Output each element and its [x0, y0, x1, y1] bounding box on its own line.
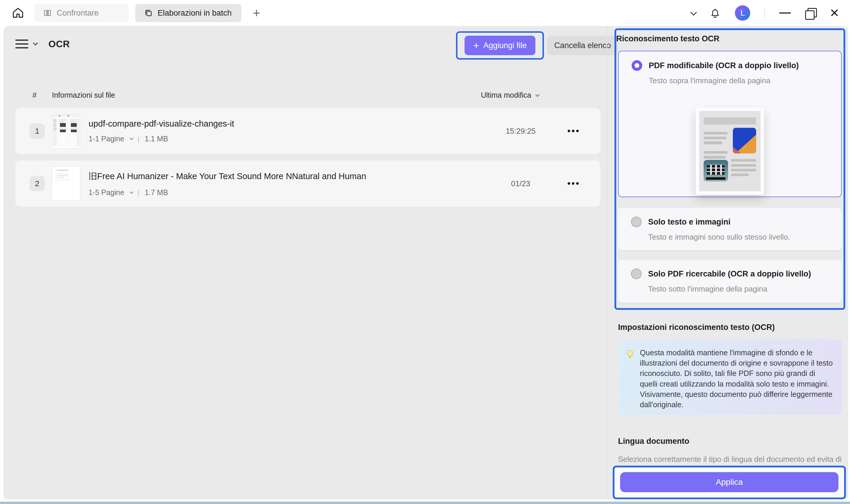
option-title: Solo PDF ricercabile (OCR a doppio livel…	[648, 269, 811, 278]
last-modified: 15:29:25	[485, 127, 556, 136]
radio-unselected[interactable]	[631, 269, 641, 279]
more-options-icon[interactable]: •••	[556, 179, 592, 188]
row-index-badge: 1	[30, 123, 45, 139]
meta-divider: |	[138, 188, 139, 197]
radio-unselected[interactable]	[631, 217, 641, 227]
mode-description-text: Questa modalità mantiene l'immagine di s…	[640, 348, 833, 410]
settings-title: Impostazioni riconoscimento testo (OCR)	[618, 323, 775, 332]
file-row[interactable]: 2 旧Free AI Humanizer - Make Your Text So…	[15, 161, 600, 206]
language-title: Lingua documento	[618, 437, 689, 446]
file-thumbnail	[52, 114, 80, 148]
option-pdf-modificabile[interactable]: PDF modificabile (OCR a doppio livello) …	[618, 51, 842, 197]
hamburger-icon	[15, 39, 29, 48]
tab-label: Confrontare	[57, 8, 99, 18]
file-size: 1.7 MB	[145, 188, 168, 197]
sort-chevron-icon	[536, 92, 540, 96]
chevron-down-icon	[33, 41, 37, 47]
home-button[interactable]	[8, 3, 28, 23]
add-file-button[interactable]: + Aggiungi file	[465, 36, 536, 55]
meta-divider: |	[138, 135, 139, 143]
option-subtitle: Testo sotto l'immagine della pagina	[648, 285, 842, 294]
bell-icon[interactable]	[709, 7, 721, 19]
option-title: Solo testo e immagini	[648, 217, 730, 227]
ocr-file-list-area: OCR + Aggiungi file Cancella elenco # In…	[3, 26, 607, 499]
tab-elaborazioni-in-batch[interactable]: Elaborazioni in batch	[135, 4, 241, 22]
tab-label: Elaborazioni in batch	[158, 8, 232, 18]
chevron-down-icon[interactable]	[690, 9, 697, 16]
restore-icon[interactable]	[805, 8, 815, 18]
page-range[interactable]: 1-5 Pagine	[89, 188, 124, 197]
apply-highlight-box: Applica	[613, 466, 846, 499]
sample-photo-buildings	[733, 128, 756, 154]
avatar[interactable]: L	[735, 5, 750, 21]
page-range[interactable]: 1-1 Pagine	[89, 134, 124, 143]
page-title: OCR	[49, 39, 70, 50]
tab-confrontare[interactable]: Confrontare	[34, 4, 129, 22]
titlebar-divider	[764, 6, 765, 19]
file-name: updf-compare-pdf-visualize-changes-it	[89, 119, 234, 129]
radio-selected[interactable]	[632, 60, 642, 71]
batch-icon	[144, 8, 153, 17]
new-tab-button[interactable]: +	[249, 6, 264, 20]
title-bar: Confrontare Elaborazioni in batch + L ✕	[0, 0, 850, 26]
file-row[interactable]: 1 updf-compare-pdf-visualize-changes-it …	[15, 108, 600, 154]
panel-title: Riconoscimento testo OCR	[616, 34, 720, 43]
more-options-icon[interactable]: •••	[556, 126, 592, 136]
mode-description-box: Questa modalità mantiene l'immagine di s…	[618, 339, 842, 415]
ocr-settings-panel: Riconoscimento testo OCR PDF modificabil…	[608, 26, 848, 499]
file-thumbnail	[52, 166, 80, 201]
last-modified: 01/23	[485, 179, 556, 188]
view-menu-button[interactable]	[15, 39, 37, 48]
row-index-badge: 2	[30, 176, 45, 191]
column-file-info: Informazioni sul file	[52, 91, 115, 100]
column-index: #	[33, 91, 37, 100]
minimize-icon[interactable]	[779, 12, 791, 14]
home-icon	[12, 7, 24, 19]
pages-chevron-icon	[130, 136, 133, 140]
option-solo-pdf-ricercabile[interactable]: Solo PDF ricercabile (OCR a doppio livel…	[618, 260, 842, 303]
column-last-modified[interactable]: Ultima modifica	[481, 91, 538, 100]
sample-photo-facade	[704, 160, 728, 181]
lightbulb-icon	[627, 350, 633, 357]
file-size: 1.1 MB	[145, 134, 168, 143]
option-solo-testo-immagini[interactable]: Solo testo e immagini Testo e immagini s…	[618, 208, 842, 250]
main-surface: OCR + Aggiungi file Cancella elenco # In…	[3, 26, 848, 499]
file-name: 旧Free AI Humanizer - Make Your Text Soun…	[89, 170, 366, 182]
compare-icon	[43, 8, 52, 17]
option-subtitle: Testo e immagini sono sullo stesso livel…	[648, 233, 842, 242]
apply-button[interactable]: Applica	[620, 472, 838, 492]
close-icon[interactable]: ✕	[829, 7, 839, 19]
document-illustration	[695, 107, 764, 195]
option-title: PDF modificabile (OCR a doppio livello)	[649, 61, 799, 70]
option-subtitle: Testo sopra l'immagine della pagina	[649, 76, 841, 85]
table-header: # Informazioni sul file Ultima modifica	[15, 89, 600, 103]
add-file-highlight-box: + Aggiungi file	[456, 31, 544, 60]
window-bottom-edge	[0, 502, 850, 504]
pages-chevron-icon	[130, 190, 133, 194]
